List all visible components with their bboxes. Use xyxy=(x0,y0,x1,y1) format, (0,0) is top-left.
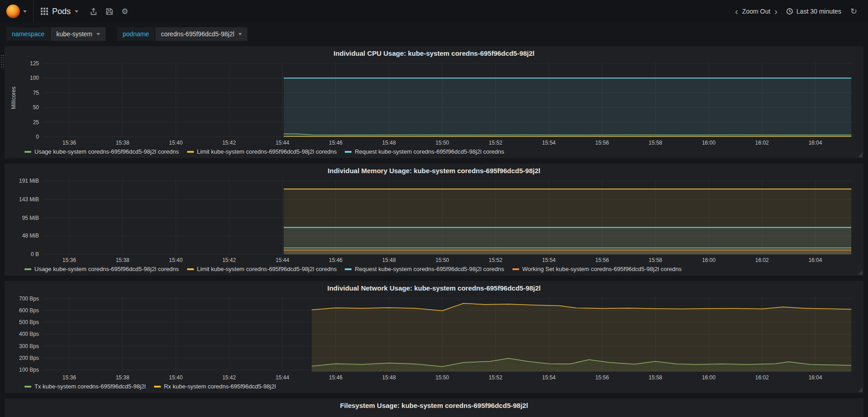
svg-text:15:40: 15:40 xyxy=(169,257,183,263)
svg-text:15:38: 15:38 xyxy=(116,140,129,146)
svg-text:100 Bps: 100 Bps xyxy=(19,367,39,373)
legend-series-label: Request kube-system coredns-695f96dcd5-9… xyxy=(355,266,504,272)
legend-item[interactable]: Usage kube-system coredns-695f96dcd5-98j… xyxy=(24,266,179,272)
svg-text:0 B: 0 B xyxy=(31,251,39,257)
share-button[interactable] xyxy=(86,4,101,19)
individual-network-usage-chart[interactable]: 15:3615:3815:4015:4215:4415:4615:4815:50… xyxy=(9,294,859,383)
time-range-picker[interactable]: Last 30 minutes xyxy=(781,8,847,15)
variable-selected-value: kube-system xyxy=(56,30,92,38)
svg-text:700 Bps: 700 Bps xyxy=(19,296,39,302)
svg-text:15:48: 15:48 xyxy=(382,140,396,146)
svg-text:15:50: 15:50 xyxy=(435,257,449,263)
svg-text:16:04: 16:04 xyxy=(809,374,822,381)
individual-cpu-usage-chart[interactable]: 15:3615:3815:4015:4215:4415:4615:4815:50… xyxy=(9,59,859,148)
svg-text:300 Bps: 300 Bps xyxy=(19,343,39,349)
legend-item[interactable]: Working Set kube-system coredns-695f96dc… xyxy=(512,266,682,272)
chevron-down-icon xyxy=(238,33,242,35)
chevron-right-icon: › xyxy=(774,6,777,16)
chevron-down-icon xyxy=(23,10,27,13)
variable-value-namespace[interactable]: kube-system xyxy=(51,27,105,41)
svg-text:191 MiB: 191 MiB xyxy=(19,178,39,184)
legend-item[interactable]: Tx kube-system coredns-695f96dcd5-98j2l xyxy=(24,383,146,390)
svg-text:75: 75 xyxy=(33,90,39,96)
individual-memory-usage-chart[interactable]: 15:3615:3815:4015:4215:4415:4615:4815:50… xyxy=(9,176,859,265)
svg-text:15:42: 15:42 xyxy=(222,140,236,146)
dashboard-panels-area: Individual CPU Usage: kube-system coredn… xyxy=(0,45,868,417)
svg-text:16:00: 16:00 xyxy=(702,257,715,263)
svg-text:16:00: 16:00 xyxy=(702,374,715,381)
svg-text:15:46: 15:46 xyxy=(329,257,342,263)
svg-text:15:48: 15:48 xyxy=(382,257,396,263)
chevron-down-icon xyxy=(96,33,100,35)
svg-text:15:40: 15:40 xyxy=(169,374,183,381)
dashboard-picker[interactable]: Pods xyxy=(34,0,86,23)
legend-item[interactable]: Limit kube-system coredns-695f96dcd5-98j… xyxy=(187,266,337,272)
svg-text:200 Bps: 200 Bps xyxy=(19,355,39,361)
svg-text:15:56: 15:56 xyxy=(595,140,609,146)
legend-series-marker-icon xyxy=(24,151,31,153)
top-navbar: Pods ⚙ ‹ Zoom Out › xyxy=(0,0,868,23)
zoom-out-button[interactable]: Zoom Out xyxy=(741,8,771,15)
legend-series-marker-icon xyxy=(345,268,352,270)
chart-legend: Usage kube-system coredns-695f96dcd5-98j… xyxy=(9,148,859,157)
panel-title[interactable]: Individual Memory Usage: kube-system cor… xyxy=(9,165,859,176)
legend-item[interactable]: Rx kube-system coredns-695f96dcd5-98j2l xyxy=(154,383,276,390)
legend-series-label: Working Set kube-system coredns-695f96dc… xyxy=(522,266,682,272)
time-range-forward-button[interactable]: › xyxy=(772,7,780,16)
svg-text:15:54: 15:54 xyxy=(542,257,555,263)
row-drag-handle[interactable] xyxy=(0,54,5,69)
settings-button[interactable]: ⚙ xyxy=(117,4,132,19)
filesystem-chart-area xyxy=(9,411,859,417)
legend-item[interactable]: Request kube-system coredns-695f96dcd5-9… xyxy=(345,148,504,155)
variable-value-podname[interactable]: coredns-695f96dcd5-98j2l xyxy=(155,27,247,41)
svg-text:15:38: 15:38 xyxy=(116,257,129,263)
chevron-down-icon xyxy=(75,10,78,13)
legend-series-label: Limit kube-system coredns-695f96dcd5-98j… xyxy=(197,266,337,272)
legend-series-marker-icon xyxy=(512,268,519,270)
svg-text:400 Bps: 400 Bps xyxy=(19,331,39,337)
svg-text:16:02: 16:02 xyxy=(755,140,769,146)
svg-text:25: 25 xyxy=(33,119,39,126)
panel-individual-memory-usage: Individual Memory Usage: kube-system cor… xyxy=(5,164,863,276)
svg-text:15:36: 15:36 xyxy=(63,374,76,381)
legend-series-marker-icon xyxy=(187,268,194,270)
variable-namespace: namespace kube-system xyxy=(6,27,106,41)
svg-text:15:58: 15:58 xyxy=(649,257,662,263)
time-range-back-button[interactable]: ‹ xyxy=(733,7,740,16)
svg-text:15:50: 15:50 xyxy=(435,374,449,381)
panel-title[interactable]: Individual Network Usage: kube-system co… xyxy=(9,283,859,294)
legend-item[interactable]: Request kube-system coredns-695f96dcd5-9… xyxy=(345,266,504,272)
svg-text:15:54: 15:54 xyxy=(542,374,555,381)
variable-selected-value: coredns-695f96dcd5-98j2l xyxy=(161,30,234,38)
svg-text:16:02: 16:02 xyxy=(755,257,769,263)
svg-text:15:42: 15:42 xyxy=(222,374,236,381)
grafana-logo-icon xyxy=(6,5,20,18)
refresh-button[interactable]: ↻ xyxy=(848,7,860,15)
legend-series-label: Usage kube-system coredns-695f96dcd5-98j… xyxy=(34,148,179,155)
save-icon xyxy=(106,8,113,15)
save-button[interactable] xyxy=(101,4,117,19)
variable-podname: podname coredns-695f96dcd5-98j2l xyxy=(117,27,247,41)
time-range-label: Last 30 minutes xyxy=(796,8,841,15)
svg-text:15:52: 15:52 xyxy=(489,257,502,263)
svg-text:15:46: 15:46 xyxy=(329,374,342,381)
chart-legend: Tx kube-system coredns-695f96dcd5-98j2lR… xyxy=(9,383,859,392)
svg-text:16:04: 16:04 xyxy=(809,257,822,263)
svg-text:100: 100 xyxy=(30,75,39,81)
panel-filesystem-usage: Filesystem Usage: kube-system coredns-69… xyxy=(5,398,863,417)
grafana-menu-button[interactable] xyxy=(0,0,34,23)
panel-title[interactable]: Filesystem Usage: kube-system coredns-69… xyxy=(9,400,859,411)
svg-text:15:44: 15:44 xyxy=(275,140,289,146)
legend-series-marker-icon xyxy=(24,386,31,388)
panel-title[interactable]: Individual CPU Usage: kube-system coredn… xyxy=(9,48,859,59)
panel-individual-cpu-usage: Individual CPU Usage: kube-system coredn… xyxy=(5,46,863,158)
legend-item[interactable]: Limit kube-system coredns-695f96dcd5-98j… xyxy=(187,148,337,155)
svg-text:15:36: 15:36 xyxy=(63,257,76,263)
svg-text:15:38: 15:38 xyxy=(116,374,129,381)
svg-text:0: 0 xyxy=(36,134,39,140)
legend-item[interactable]: Usage kube-system coredns-695f96dcd5-98j… xyxy=(24,148,179,155)
svg-text:15:52: 15:52 xyxy=(489,374,502,381)
svg-text:15:40: 15:40 xyxy=(169,140,183,146)
svg-text:15:54: 15:54 xyxy=(542,140,555,146)
svg-text:15:58: 15:58 xyxy=(649,140,662,146)
